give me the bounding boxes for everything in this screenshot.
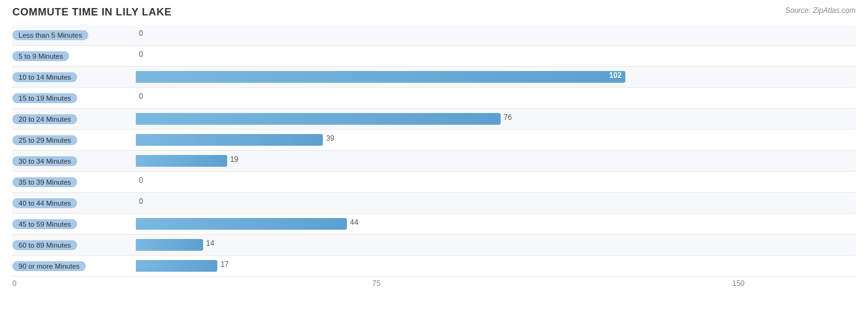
bar-label: 90 or more Minutes [12,261,136,271]
bar-row: Less than 5 Minutes0 [12,25,856,46]
bar-value: 19 [230,155,238,164]
bar-value: 39 [326,134,334,143]
bar-container: 44 [136,214,856,234]
bar-container: 0 [136,46,856,66]
bar-container: 0 [136,25,856,45]
bar-label-pill: 30 to 34 Minutes [12,156,77,166]
bar-label: 15 to 19 Minutes [12,93,136,103]
bar-fill: 76 [136,113,501,125]
bar-row: 25 to 29 Minutes39 [12,130,856,151]
bar-fill: 102 [136,71,625,83]
bar-label: 35 to 39 Minutes [12,177,136,187]
bar-value: 44 [350,218,358,227]
bar-container: 0 [136,88,856,108]
bar-label: 25 to 29 Minutes [12,135,136,145]
bar-row: 40 to 44 Minutes0 [12,193,856,214]
bar-row: 90 or more Minutes17 [12,256,856,277]
x-axis: 075150 [12,279,856,292]
bar-value: 0 [139,50,143,59]
bar-value-inside: 102 [609,71,622,80]
bar-row: 35 to 39 Minutes0 [12,172,856,193]
bar-label: 10 to 14 Minutes [12,72,136,82]
bar-value: 0 [139,92,143,101]
bar-fill: 14 [136,239,203,251]
bar-row: 60 to 89 Minutes14 [12,235,856,256]
bar-label-pill: 90 or more Minutes [12,261,86,271]
x-axis-label: 75 [372,279,380,288]
bar-value: 0 [139,197,143,206]
bar-label: 45 to 59 Minutes [12,219,136,229]
bar-row: 45 to 59 Minutes44 [12,214,856,235]
bar-label-pill: 10 to 14 Minutes [12,72,77,82]
bar-label-pill: Less than 5 Minutes [12,30,88,40]
bar-label-pill: 15 to 19 Minutes [12,93,77,103]
bar-container: 0 [136,193,856,213]
bar-container: 17 [136,256,856,276]
bar-value: 14 [206,239,214,248]
bar-value: 0 [139,29,143,38]
bar-label: 60 to 89 Minutes [12,240,136,250]
bar-value: 17 [220,260,228,269]
bar-container: 0 [136,172,856,192]
bar-row: 15 to 19 Minutes0 [12,88,856,109]
bar-fill: 17 [136,260,217,272]
bar-label-pill: 20 to 24 Minutes [12,114,77,124]
bar-value: 0 [139,176,143,185]
bar-container: 14 [136,235,856,255]
bar-label-pill: 5 to 9 Minutes [12,51,69,61]
bars-container: Less than 5 Minutes05 to 9 Minutes010 to… [12,25,856,277]
bar-container: 76 [136,109,856,129]
bar-label-pill: 35 to 39 Minutes [12,177,77,187]
bar-label: 40 to 44 Minutes [12,198,136,208]
bar-value: 76 [504,113,512,122]
bar-label: Less than 5 Minutes [12,30,136,40]
bar-row: 20 to 24 Minutes76 [12,109,856,130]
bar-container: 39 [136,130,856,150]
chart-title: COMMUTE TIME IN LILY LAKE [12,6,172,19]
bar-label-pill: 25 to 29 Minutes [12,135,77,145]
bar-container: 19 [136,151,856,171]
bar-container: 102 [136,67,856,87]
bar-row: 5 to 9 Minutes0 [12,46,856,67]
bar-row: 10 to 14 Minutes102 [12,67,856,88]
bar-label-pill: 45 to 59 Minutes [12,219,77,229]
source-label: Source: ZipAtlas.com [785,6,856,15]
bar-fill: 39 [136,134,323,146]
bar-label: 20 to 24 Minutes [12,114,136,124]
bar-label-pill: 60 to 89 Minutes [12,240,77,250]
bar-label-pill: 40 to 44 Minutes [12,198,77,208]
bar-fill: 19 [136,155,227,167]
bar-row: 30 to 34 Minutes19 [12,151,856,172]
chart-area: Less than 5 Minutes05 to 9 Minutes010 to… [12,25,856,292]
bar-fill: 44 [136,218,347,230]
x-axis-label: 0 [12,279,17,288]
bar-label: 5 to 9 Minutes [12,51,136,61]
x-axis-label: 150 [732,279,745,288]
bar-label: 30 to 34 Minutes [12,156,136,166]
